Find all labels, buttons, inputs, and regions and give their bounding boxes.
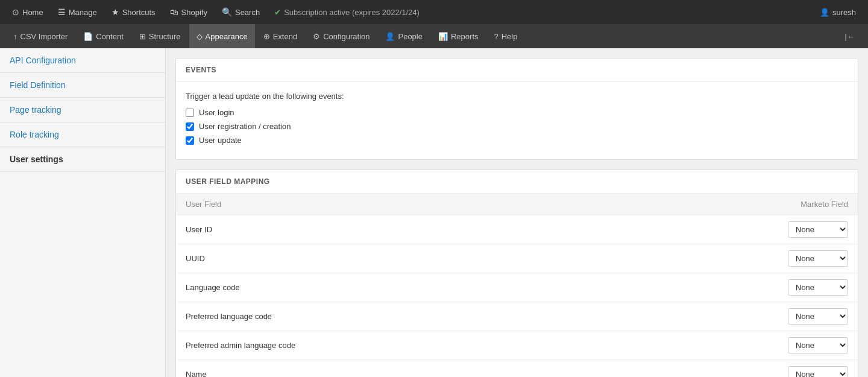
field-label-user-id: User ID: [176, 215, 585, 244]
nav-appearance[interactable]: ◇ Appearance: [189, 24, 255, 48]
nav-help-label: Help: [502, 32, 518, 41]
nav-extend[interactable]: ⊕ Extend: [256, 24, 304, 48]
table-row: Language codeNonefirstNamelastNameemailc…: [176, 273, 858, 302]
table-header-row: User Field Marketo Field: [176, 194, 858, 215]
events-card: EVENTS Trigger a lead update on the foll…: [175, 58, 858, 160]
nav-configuration[interactable]: ⚙ Configuration: [306, 24, 377, 48]
collapse-button[interactable]: |←: [838, 27, 862, 46]
column-marketo-field: Marketo Field: [585, 194, 858, 215]
subscription-text: Subscription active (expires 2022/1/24): [284, 8, 420, 17]
events-card-body: Trigger a lead update on the following e…: [176, 82, 858, 159]
checkbox-user-registration[interactable]: [186, 122, 194, 131]
nav-extend-label: Extend: [273, 32, 297, 41]
table-row: User IDNonefirstNamelastNameemailcompany…: [176, 215, 858, 244]
collapse-icon: |←: [845, 32, 855, 41]
field-label-uuid: UUID: [176, 244, 585, 273]
field-label-preferred-language-code: Preferred language code: [176, 302, 585, 331]
nav-shortcuts-label: Shortcuts: [122, 8, 156, 17]
second-navigation: ↑ CSV Importer 📄 Content ⊞ Structure ◇ A…: [0, 24, 868, 48]
main-layout: API Configuration Field Definition Page …: [0, 48, 868, 377]
field-select-cell-user-id: NonefirstNamelastNameemailcompanyphone: [585, 215, 858, 244]
sidebar-item-role-tracking[interactable]: Role tracking: [0, 122, 165, 147]
sidebar-item-page-tracking[interactable]: Page tracking: [0, 98, 165, 122]
nav-reports-label: Reports: [451, 32, 479, 41]
reports-icon: 📊: [438, 32, 448, 41]
subscription-status: ✔ Subscription active (expires 2022/1/24…: [268, 5, 426, 19]
home-icon: ⊙: [12, 7, 19, 17]
user-field-mapping-card-header: USER FIELD MAPPING: [176, 170, 858, 194]
marketo-select-user-id[interactable]: NonefirstNamelastNameemailcompanyphone: [788, 221, 848, 238]
marketo-select-preferred-language-code[interactable]: NonefirstNamelastNameemailcompanyphone: [788, 308, 848, 325]
marketo-select-preferred-admin-language-code[interactable]: NonefirstNamelastNameemailcompanyphone: [788, 337, 848, 353]
manage-icon: ☰: [58, 7, 66, 17]
nav-home[interactable]: ⊙ Home: [6, 5, 49, 19]
checkbox-user-login-label: User login: [199, 108, 234, 117]
search-icon: 🔍: [222, 7, 232, 17]
sidebar-item-api-configuration[interactable]: API Configuration: [0, 48, 165, 73]
nav-search[interactable]: 🔍 Search: [216, 5, 266, 19]
user-menu[interactable]: 👤 suresh: [814, 5, 862, 19]
table-row: Preferred language codeNonefirstNamelast…: [176, 302, 858, 331]
mapping-table-body: User IDNonefirstNamelastNameemailcompany…: [176, 215, 858, 378]
nav-structure[interactable]: ⊞ Structure: [132, 24, 188, 48]
nav-shopify-label: Shopify: [181, 8, 207, 17]
field-select-cell-preferred-admin-language-code: NonefirstNamelastNameemailcompanyphone: [585, 331, 858, 360]
main-content: EVENTS Trigger a lead update on the foll…: [166, 48, 868, 377]
field-select-cell-uuid: NonefirstNamelastNameemailcompanyphone: [585, 244, 858, 273]
checkbox-user-registration-label: User registration / creation: [199, 122, 291, 131]
configuration-icon: ⚙: [313, 32, 320, 41]
user-field-mapping-card: USER FIELD MAPPING User Field Marketo Fi…: [175, 169, 858, 377]
nav-appearance-label: Appearance: [206, 32, 248, 41]
nav-shopify[interactable]: 🛍 Shopify: [164, 5, 213, 19]
field-label-preferred-admin-language-code: Preferred admin language code: [176, 331, 585, 360]
content-icon: 📄: [83, 32, 93, 41]
shortcuts-icon: ★: [112, 7, 119, 17]
checkbox-user-login[interactable]: [186, 109, 194, 117]
events-card-header: EVENTS: [176, 59, 858, 82]
shopify-icon: 🛍: [170, 7, 178, 17]
sidebar-role-tracking-label: Role tracking: [10, 130, 59, 139]
field-select-cell-preferred-language-code: NonefirstNamelastNameemailcompanyphone: [585, 302, 858, 331]
checkbox-user-login-row: User login: [186, 108, 848, 117]
nav-people-label: People: [398, 32, 422, 41]
check-icon: ✔: [274, 8, 281, 17]
appearance-icon: ◇: [197, 32, 203, 41]
sidebar-field-definition-label: Field Definition: [10, 80, 66, 90]
marketo-select-name[interactable]: NonefirstNamelastNameemailcompanyphone: [788, 366, 848, 377]
checkbox-user-registration-row: User registration / creation: [186, 122, 848, 131]
csv-importer-icon: ↑: [13, 32, 17, 41]
field-label-language-code: Language code: [176, 273, 585, 302]
top-navigation: ⊙ Home ☰ Manage ★ Shortcuts 🛍 Shopify 🔍 …: [0, 0, 868, 24]
field-select-cell-name: NonefirstNamelastNameemailcompanyphone: [585, 360, 858, 378]
nav-people[interactable]: 👤 People: [378, 24, 429, 48]
nav-content-label: Content: [96, 32, 124, 41]
nav-help[interactable]: ? Help: [487, 24, 525, 48]
nav-csv-importer[interactable]: ↑ CSV Importer: [6, 24, 75, 48]
user-field-mapping-title: USER FIELD MAPPING: [186, 177, 270, 186]
table-row: UUIDNonefirstNamelastNameemailcompanypho…: [176, 244, 858, 273]
checkbox-user-update[interactable]: [186, 136, 194, 145]
nav-reports[interactable]: 📊 Reports: [431, 24, 486, 48]
column-user-field: User Field: [176, 194, 585, 215]
sidebar: API Configuration Field Definition Page …: [0, 48, 166, 377]
sidebar-item-user-settings[interactable]: User settings: [0, 147, 165, 172]
nav-csv-importer-label: CSV Importer: [20, 32, 68, 41]
field-select-cell-language-code: NonefirstNamelastNameemailcompanyphone: [585, 273, 858, 302]
nav-content[interactable]: 📄 Content: [76, 24, 131, 48]
user-field-mapping-table: User Field Marketo Field User IDNonefirs…: [176, 194, 858, 377]
nav-shortcuts[interactable]: ★ Shortcuts: [105, 5, 162, 19]
sidebar-item-field-definition[interactable]: Field Definition: [0, 73, 165, 98]
help-icon: ?: [494, 32, 498, 41]
marketo-select-uuid[interactable]: NonefirstNamelastNameemailcompanyphone: [788, 250, 848, 267]
sidebar-api-configuration-label: API Configuration: [10, 55, 76, 65]
events-trigger-text: Trigger a lead update on the following e…: [186, 92, 848, 101]
structure-icon: ⊞: [139, 32, 146, 41]
sidebar-user-settings-label: User settings: [10, 154, 63, 164]
nav-home-label: Home: [22, 8, 43, 17]
nav-manage-label: Manage: [69, 8, 97, 17]
extend-icon: ⊕: [263, 32, 270, 41]
nav-manage[interactable]: ☰ Manage: [52, 5, 103, 19]
marketo-select-language-code[interactable]: NonefirstNamelastNameemailcompanyphone: [788, 279, 848, 296]
table-row: NameNonefirstNamelastNameemailcompanypho…: [176, 360, 858, 378]
events-title: EVENTS: [186, 66, 216, 74]
